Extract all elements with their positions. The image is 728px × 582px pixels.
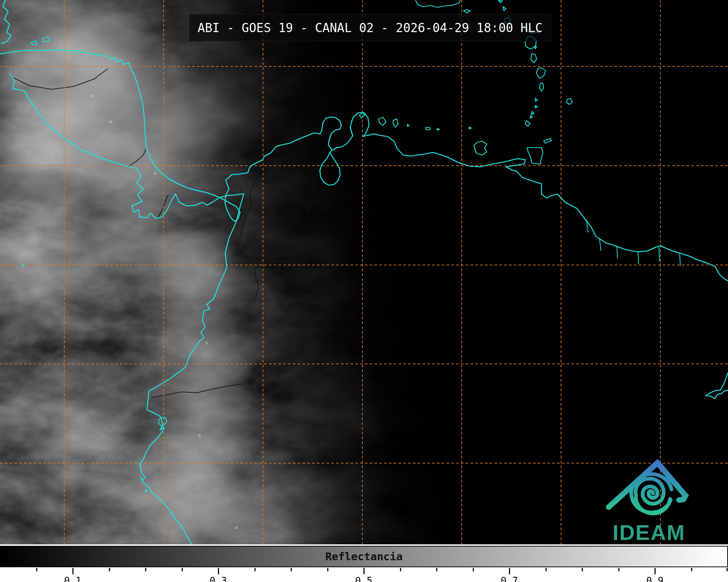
colorbar-minor-tick [618,568,619,571]
colorbar-label-text: Reflectancia [325,550,403,563]
title-banner: ABI - GOES 19 - CANAL 02 - 2026-04-29 18… [189,14,551,41]
satellite-product-figure: IDEAM ABI - GOES 19 - CANAL 02 - 2026-04… [0,0,728,582]
satellite-image: IDEAM ABI - GOES 19 - CANAL 02 - 2026-04… [0,0,728,544]
colorbar-minor-tick [473,568,474,571]
colorbar-tick-label: 0.7 [501,575,518,582]
ideam-logo-text: IDEAM [613,520,686,544]
colorbar-minor-tick [400,568,401,571]
colorbar-major-tick [218,568,219,574]
colorbar-major-tick [654,568,656,574]
colorbar-major-tick [72,568,74,574]
colorbar-minor-tick [691,568,692,571]
cloud-field [0,0,728,544]
image-title: ABI - GOES 19 - CANAL 02 - 2026-04-29 18… [198,21,543,35]
colorbar-minor-tick [436,568,437,571]
colorbar-minor-tick [327,568,328,571]
colorbar-label: Reflectancia [0,546,728,567]
satellite-map-canvas: IDEAM [0,0,728,544]
colorbar-minor-tick [109,568,110,571]
colorbar-minor-tick [291,568,292,571]
colorbar-minor-tick [546,568,547,571]
colorbar-minor-tick [36,568,37,571]
colorbar-minor-tick [727,568,728,571]
colorbar-tick-label: 0.5 [355,575,373,582]
colorbar-major-tick [509,568,510,574]
colorbar-area: Reflectancia 0.10.30.50.70.9 [0,544,728,582]
colorbar-tick-label: 0.1 [64,575,82,582]
colorbar-tick-label: 0.3 [210,575,227,582]
colorbar-minor-tick [182,568,183,571]
colorbar-minor-tick [582,568,583,571]
colorbar-major-tick [363,568,365,574]
colorbar-minor-tick [254,568,256,571]
colorbar-tick-label: 0.9 [646,575,664,582]
colorbar-minor-tick [145,568,146,571]
